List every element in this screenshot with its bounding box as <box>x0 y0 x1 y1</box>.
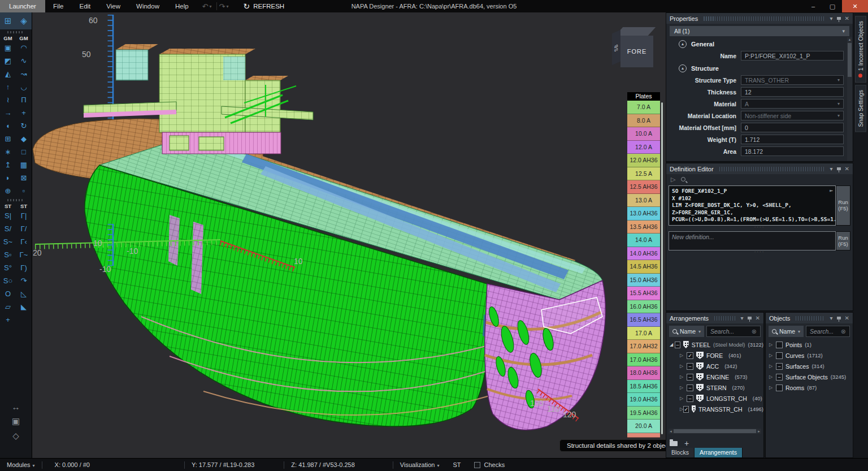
clear-search-icon[interactable]: ⊗ <box>841 328 846 335</box>
toolbar-tool-icon[interactable]: ◠ <box>16 41 32 54</box>
toolbar-tool-icon[interactable]: ▣ <box>0 41 16 54</box>
panel-tab[interactable]: Blocks <box>666 448 695 457</box>
drag-handle[interactable] <box>719 167 824 171</box>
expander-icon[interactable]: ▷ <box>680 364 687 369</box>
pin-icon[interactable] <box>748 317 752 319</box>
toolbar-tool-icon[interactable]: ◖ <box>0 119 16 132</box>
visibility-checkbox[interactable] <box>675 342 680 348</box>
legend-chip[interactable]: 18.5 AH36 <box>627 380 660 394</box>
legend-chip[interactable]: 18.0 AH36 <box>627 366 660 380</box>
new-definition-input[interactable]: New definition... <box>669 231 836 250</box>
legend-chip[interactable]: 19.5 AH36 <box>627 407 660 420</box>
section-general[interactable]: ▴ General <box>679 40 853 48</box>
open-folder-icon[interactable] <box>670 441 678 446</box>
toolbar-tool-icon[interactable]: ⊞ <box>0 132 16 145</box>
toolbar-tool-icon[interactable]: Π <box>16 93 32 106</box>
search-input[interactable]: Search... ⊗ <box>806 326 850 337</box>
visibility-checkbox[interactable] <box>687 363 693 370</box>
toolbar-tool-icon[interactable]: ◣ <box>16 300 32 313</box>
horizontal-scrollbar[interactable]: ◄► <box>669 429 761 434</box>
panel-menu-icon[interactable]: ▾ <box>830 166 833 172</box>
toolbar-tool-icon[interactable]: ◺ <box>16 287 32 300</box>
expander-icon[interactable]: ▷ <box>769 374 776 379</box>
close-icon[interactable]: ✕ <box>845 315 849 321</box>
resize-grip[interactable]: ···· <box>666 226 853 230</box>
expander-icon[interactable]: ▷ <box>769 364 776 369</box>
tree-row[interactable]: ▷ LONGSTR_CH (40) <box>666 393 763 404</box>
expander-icon[interactable]: ▷ <box>680 385 687 390</box>
close-icon[interactable]: ✕ <box>756 315 760 321</box>
expander-icon[interactable]: ◢ <box>670 342 675 347</box>
toolbar-tool-icon[interactable]: Γ| <box>16 209 32 222</box>
toolbar-tool-icon[interactable]: ◡ <box>16 80 32 93</box>
menu-edit[interactable]: Edit <box>72 0 99 12</box>
expander-icon[interactable]: ▷ <box>680 353 687 358</box>
legend-chip[interactable]: 15.5 AH36 <box>627 287 660 300</box>
tree-row[interactable]: ▷ TRANSSTR_CH (1496) <box>666 404 763 414</box>
tree-row[interactable]: ▷ Rooms (87) <box>766 382 853 393</box>
menu-view[interactable]: View <box>98 0 128 12</box>
modules-dropdown[interactable]: Modules▾ <box>0 461 42 468</box>
tree-row[interactable]: ◢ STEEL (Steel Model) (3122) <box>666 339 763 350</box>
toolbar-tool-icon[interactable]: + <box>16 106 32 119</box>
close-icon[interactable]: ✕ <box>845 15 849 21</box>
tree-row[interactable]: ▷ ACC (342) <box>666 361 763 371</box>
collapse-icon[interactable]: ▴ <box>679 64 687 72</box>
expander-icon[interactable]: ▷ <box>769 342 776 347</box>
definition-code-editor[interactable]: ⇤ SO FORE_X#102_1_PX #102LIM Z<FORE_BOST… <box>669 185 836 226</box>
toolbar-tool-icon[interactable]: S~ <box>0 235 16 248</box>
snap-settings-tab[interactable]: Snap Settings <box>855 85 866 132</box>
tree-row[interactable]: ▷ STERN (270) <box>666 382 763 393</box>
panel-menu-icon[interactable]: ▾ <box>741 315 744 321</box>
menu-launcher[interactable]: Launcher <box>0 0 45 12</box>
search-definition-icon[interactable] <box>681 177 685 182</box>
legend-chip[interactable]: 13.5 AH36 <box>627 221 660 234</box>
tree-row[interactable]: ▷ ENGINE (573) <box>666 371 763 382</box>
toolbar-tool-icon[interactable] <box>16 313 32 326</box>
collapse-icon[interactable]: ▴ <box>679 40 687 48</box>
legend-chip[interactable]: 14.5 AH36 <box>627 260 660 274</box>
toolbar-tool-icon[interactable]: → <box>0 106 16 119</box>
menu-help[interactable]: Help <box>167 0 197 12</box>
toolbar-tool-icon[interactable]: □ <box>16 145 32 158</box>
refresh-button[interactable]: ↻ REFRESH <box>243 2 284 11</box>
tree-row[interactable]: ▷ Curves (1712) <box>766 350 853 361</box>
nav-cube-top-face[interactable] <box>615 27 656 36</box>
name-filter-dropdown[interactable]: Name▾ <box>669 326 704 337</box>
toolbar-tool-icon[interactable]: Γ‹ <box>16 235 32 248</box>
legend-chip[interactable]: 8.0 A <box>627 114 660 128</box>
legend-chip[interactable]: 12.5 A <box>627 167 660 181</box>
redo-icon[interactable]: ↷ <box>219 2 225 11</box>
legend-scrollbar[interactable] <box>661 102 663 434</box>
menu-window[interactable]: Window <box>128 0 167 12</box>
name-filter-dropdown[interactable]: Name▾ <box>769 326 804 337</box>
toolbar-tool-icon[interactable]: ↔ <box>8 399 24 414</box>
legend-chip[interactable]: 19.0 AH36 <box>627 393 660 407</box>
toolbar-tool-icon[interactable]: ≀ <box>0 93 16 106</box>
legend-chip[interactable]: 16.0 AH36 <box>627 300 660 314</box>
toolbar-tool-icon[interactable]: ⊠ <box>16 171 32 184</box>
nav-cube-front-face[interactable]: FORE <box>620 36 653 67</box>
visibility-checkbox[interactable] <box>687 352 693 359</box>
legend-chip[interactable]: 17.0 A <box>627 327 660 340</box>
expander-icon[interactable]: ▷ <box>680 374 687 379</box>
toolbar-tool-icon[interactable]: O <box>0 287 16 300</box>
close-icon[interactable]: ✕ <box>845 166 849 172</box>
legend-chip[interactable]: 14.0 AH36 <box>627 247 660 261</box>
visibility-checkbox[interactable] <box>683 406 689 413</box>
run-definition-icon[interactable]: ▷ <box>671 176 675 183</box>
property-value-field[interactable]: 12▾ <box>741 87 844 97</box>
navigation-cube[interactable]: SB FORE <box>611 24 663 70</box>
legend-chip[interactable]: 12.5 AH36 <box>627 180 660 194</box>
run-button[interactable]: Run (F5) <box>836 231 850 250</box>
toolbar-tool-icon[interactable]: ↻ <box>16 119 32 132</box>
property-value-field[interactable]: 0▾ <box>741 123 844 132</box>
property-value-field[interactable]: Non-stiffener side▾ <box>741 111 844 120</box>
legend-chip[interactable]: 7.0 A <box>627 101 660 114</box>
toolbar-tool-icon[interactable]: + <box>0 313 16 326</box>
drag-handle[interactable] <box>704 16 824 21</box>
legend-chip[interactable]: 14.0 A <box>627 234 660 247</box>
pin-icon[interactable] <box>837 317 841 319</box>
tree-row[interactable]: ▷ FORE (401) <box>666 350 763 361</box>
visibility-checkbox[interactable] <box>776 384 783 391</box>
